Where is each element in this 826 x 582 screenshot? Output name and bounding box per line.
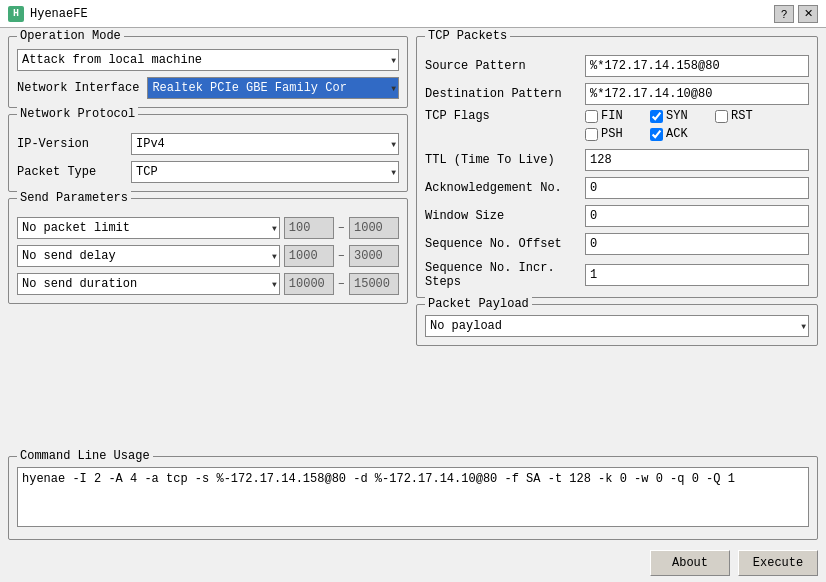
dest-pattern-label: Destination Pattern	[425, 87, 585, 101]
send-duration-max[interactable]	[349, 273, 399, 295]
network-label: Network Interface	[17, 81, 139, 95]
psh-checkbox-label[interactable]: PSH	[585, 127, 640, 141]
packet-limit-max[interactable]	[349, 217, 399, 239]
packet-limit-min[interactable]	[284, 217, 334, 239]
packet-type-select[interactable]: TCP	[131, 161, 399, 183]
seq-incr-label: Sequence No. Incr. Steps	[425, 261, 585, 289]
send-delay-min[interactable]	[284, 245, 334, 267]
ttl-input[interactable]	[585, 149, 809, 171]
fin-checkbox[interactable]	[585, 110, 598, 123]
payload-select-wrapper: No payload	[425, 315, 809, 337]
source-pattern-input[interactable]	[585, 55, 809, 77]
packet-type-label: Packet Type	[17, 165, 127, 179]
ack-no-input[interactable]	[585, 177, 809, 199]
mode-select-wrapper: Attack from local machine	[17, 49, 399, 71]
ack-label: ACK	[666, 127, 688, 141]
dest-pattern-row: Destination Pattern	[425, 83, 809, 105]
packet-type-row: Packet Type TCP	[17, 161, 399, 183]
send-params-row-2: No send delay –	[17, 245, 399, 267]
operation-mode-group: Operation Mode Attack from local machine…	[8, 36, 408, 108]
ttl-row: TTL (Time To Live)	[425, 149, 809, 171]
psh-checkbox[interactable]	[585, 128, 598, 141]
send-parameters-title: Send Parameters	[17, 191, 131, 205]
fin-label: FIN	[601, 109, 623, 123]
main-content: Operation Mode Attack from local machine…	[0, 28, 826, 456]
rst-checkbox-label[interactable]: RST	[715, 109, 770, 123]
app-icon: H	[8, 6, 24, 22]
title-bar: H HyenaeFE ? ✕	[0, 0, 826, 28]
tcp-flags-checkboxes-row1: FIN SYN RST	[585, 109, 770, 123]
ack-no-label: Acknowledgement No.	[425, 181, 585, 195]
left-panel: Operation Mode Attack from local machine…	[8, 36, 408, 448]
command-line-group: Command Line Usage	[8, 456, 818, 540]
window-title: HyenaeFE	[30, 7, 774, 21]
close-button[interactable]: ✕	[798, 5, 818, 23]
seq-offset-input[interactable]	[585, 233, 809, 255]
seq-offset-row: Sequence No. Offset	[425, 233, 809, 255]
tcp-packets-title: TCP Packets	[425, 29, 510, 43]
ip-version-row: IP-Version IPv4	[17, 133, 399, 155]
tcp-flags-row1: TCP Flags FIN SYN RST	[425, 109, 809, 123]
packet-payload-title: Packet Payload	[425, 297, 532, 311]
ack-checkbox-label[interactable]: ACK	[650, 127, 705, 141]
send-delay-max[interactable]	[349, 245, 399, 267]
packet-type-select-wrapper: TCP	[131, 161, 399, 183]
network-select[interactable]: Realtek PCIe GBE Family Cor	[147, 77, 399, 99]
packet-limit-select[interactable]: No packet limit	[17, 217, 280, 239]
ip-version-select[interactable]: IPv4	[131, 133, 399, 155]
syn-checkbox-label[interactable]: SYN	[650, 109, 705, 123]
operation-mode-title: Operation Mode	[17, 29, 124, 43]
seq-incr-row: Sequence No. Incr. Steps	[425, 261, 809, 289]
rst-label: RST	[731, 109, 753, 123]
seq-incr-input[interactable]	[585, 264, 809, 286]
help-button[interactable]: ?	[774, 5, 794, 23]
ttl-label: TTL (Time To Live)	[425, 153, 585, 167]
send-delay-select[interactable]: No send delay	[17, 245, 280, 267]
tcp-packets-group: TCP Packets Source Pattern Destination P…	[416, 36, 818, 298]
packet-limit-wrapper: No packet limit	[17, 217, 280, 239]
syn-label: SYN	[666, 109, 688, 123]
footer-buttons: About Execute	[0, 544, 826, 582]
fin-checkbox-label[interactable]: FIN	[585, 109, 640, 123]
psh-label: PSH	[601, 127, 623, 141]
about-button[interactable]: About	[650, 550, 730, 576]
source-pattern-row: Source Pattern	[425, 55, 809, 77]
seq-offset-label: Sequence No. Offset	[425, 237, 585, 251]
send-duration-wrapper: No send duration	[17, 273, 280, 295]
send-params-row-1: No packet limit –	[17, 217, 399, 239]
network-select-wrapper: Realtek PCIe GBE Family Cor	[147, 77, 399, 99]
dash-3: –	[338, 277, 345, 291]
send-duration-min[interactable]	[284, 273, 334, 295]
mode-select[interactable]: Attack from local machine	[17, 49, 399, 71]
rst-checkbox[interactable]	[715, 110, 728, 123]
payload-select[interactable]: No payload	[425, 315, 809, 337]
network-interface-row: Network Interface Realtek PCIe GBE Famil…	[17, 77, 399, 99]
right-panel: TCP Packets Source Pattern Destination P…	[416, 36, 818, 448]
window-controls: ? ✕	[774, 5, 818, 23]
ack-no-row: Acknowledgement No.	[425, 177, 809, 199]
ip-version-label: IP-Version	[17, 137, 127, 151]
dash-2: –	[338, 249, 345, 263]
window-size-input[interactable]	[585, 205, 809, 227]
source-pattern-label: Source Pattern	[425, 59, 585, 73]
command-line-title: Command Line Usage	[17, 449, 153, 463]
window-size-label: Window Size	[425, 209, 585, 223]
send-duration-select[interactable]: No send duration	[17, 273, 280, 295]
command-textarea[interactable]	[17, 467, 809, 527]
send-delay-wrapper: No send delay	[17, 245, 280, 267]
ip-version-select-wrapper: IPv4	[131, 133, 399, 155]
tcp-flags-row2: PSH ACK	[425, 127, 809, 141]
window-size-row: Window Size	[425, 205, 809, 227]
tcp-flags-label: TCP Flags	[425, 109, 585, 123]
send-parameters-group: Send Parameters No packet limit – No sen…	[8, 198, 408, 304]
syn-checkbox[interactable]	[650, 110, 663, 123]
ack-checkbox[interactable]	[650, 128, 663, 141]
send-params-row-3: No send duration –	[17, 273, 399, 295]
dest-pattern-input[interactable]	[585, 83, 809, 105]
execute-button[interactable]: Execute	[738, 550, 818, 576]
tcp-flags-checkboxes-row2: PSH ACK	[585, 127, 705, 141]
packet-payload-group: Packet Payload No payload	[416, 304, 818, 346]
network-protocol-group: Network Protocol IP-Version IPv4 Packet …	[8, 114, 408, 192]
bottom-area: Command Line Usage	[0, 456, 826, 544]
network-protocol-title: Network Protocol	[17, 107, 138, 121]
